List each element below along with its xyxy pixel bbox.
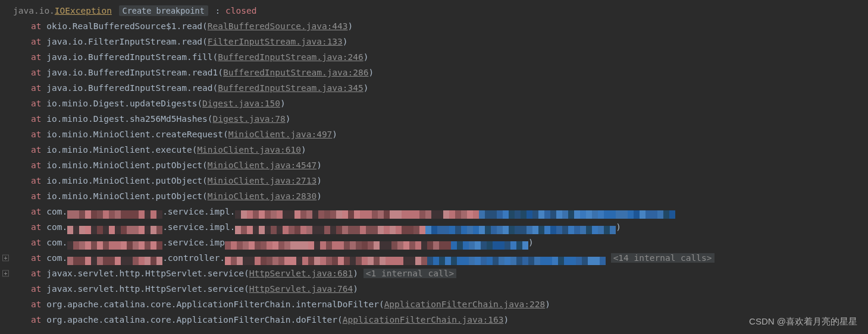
svg-rect-182 — [139, 241, 145, 250]
svg-rect-278 — [374, 257, 380, 265]
source-link[interactable]: FilterInputStream.java:133 — [208, 37, 343, 46]
at-keyword: at — [31, 83, 46, 93]
svg-rect-140 — [437, 226, 443, 234]
stack-frame: at io.minio.Digest.updateDigests(Digest.… — [13, 96, 868, 111]
svg-rect-200 — [308, 241, 314, 250]
paren-close: ) — [317, 191, 322, 201]
svg-rect-138 — [425, 226, 431, 234]
paren-open: ( — [208, 114, 213, 124]
svg-rect-101 — [133, 226, 139, 234]
exception-message: closed — [225, 6, 256, 15]
source-link[interactable]: ApplicationFilterChain.java:163 — [343, 315, 504, 324]
internal-calls-badge[interactable]: <14 internal calls> — [611, 253, 715, 263]
svg-rect-215 — [397, 241, 403, 250]
svg-rect-180 — [127, 241, 133, 250]
svg-rect-114 — [283, 226, 289, 234]
svg-rect-21 — [265, 210, 271, 219]
paren-close: ) — [503, 315, 509, 324]
svg-rect-237 — [67, 257, 73, 265]
svg-rect-286 — [421, 257, 427, 265]
expand-gutter-icon[interactable]: + — [2, 255, 9, 261]
svg-rect-228 — [475, 241, 481, 250]
paren-close: ) — [368, 68, 374, 77]
svg-rect-130 — [378, 226, 384, 234]
expand-gutter-icon[interactable]: + — [2, 270, 9, 277]
svg-rect-108 — [247, 226, 253, 234]
source-link[interactable]: MinioClient.java:2830 — [208, 191, 317, 201]
at-keyword: at — [31, 37, 46, 46]
svg-rect-206 — [344, 241, 350, 250]
svg-rect-173 — [85, 241, 91, 250]
svg-rect-80 — [616, 210, 622, 219]
source-link[interactable]: ApplicationFilterChain.java:228 — [384, 300, 546, 309]
source-link[interactable]: BufferedInputStream.java:246 — [218, 52, 363, 62]
svg-rect-131 — [384, 226, 390, 234]
at-keyword: at — [31, 238, 46, 247]
svg-rect-214 — [391, 241, 397, 250]
svg-rect-53 — [455, 210, 461, 219]
svg-rect-234 — [510, 241, 516, 250]
svg-rect-313 — [582, 257, 588, 265]
svg-rect-145 — [467, 226, 473, 234]
source-link[interactable]: HttpServlet.java:681 — [249, 269, 353, 278]
svg-rect-193 — [267, 241, 272, 250]
svg-rect-174 — [91, 241, 97, 250]
svg-rect-309 — [558, 257, 564, 265]
svg-rect-39 — [372, 210, 378, 219]
paren-close: ) — [280, 99, 286, 108]
svg-rect-267 — [308, 257, 314, 265]
internal-calls-badge[interactable]: <1 internal call> — [364, 269, 456, 278]
frame-qualified-name: io.minio.MinioClient.createRequest — [46, 130, 223, 139]
source-link[interactable]: BufferedInputStream.java:345 — [218, 83, 363, 93]
source-link[interactable]: BufferedInputStream.java:286 — [223, 68, 368, 77]
svg-rect-251 — [151, 257, 156, 265]
source-link[interactable]: MinioClient.java:2713 — [208, 176, 317, 185]
source-link[interactable]: MinioClient.java:610 — [197, 145, 301, 155]
at-keyword: at — [31, 253, 46, 263]
svg-rect-23 — [277, 210, 283, 219]
svg-rect-205 — [338, 241, 344, 250]
at-keyword: at — [31, 145, 46, 155]
svg-rect-153 — [515, 226, 521, 234]
svg-rect-8 — [115, 210, 121, 219]
frame-prefix: com. — [46, 253, 67, 263]
svg-rect-249 — [139, 257, 145, 265]
svg-rect-165 — [586, 226, 592, 234]
svg-rect-277 — [368, 257, 374, 265]
svg-rect-300 — [504, 257, 510, 265]
stack-frame: at io.minio.MinioClient.putObject(MinioC… — [13, 173, 868, 188]
svg-rect-156 — [532, 226, 538, 234]
stack-frame: at com..service.impl. — [13, 204, 868, 219]
svg-rect-179 — [121, 241, 127, 250]
source-link[interactable]: Digest.java:150 — [202, 99, 280, 108]
source-link[interactable]: MinioClient.java:4547 — [208, 160, 317, 170]
source-link[interactable]: HttpServlet.java:764 — [249, 284, 353, 294]
svg-rect-150 — [497, 226, 503, 234]
svg-rect-158 — [544, 226, 550, 234]
exception-class-link[interactable]: IOException — [55, 6, 112, 15]
svg-rect-99 — [121, 226, 127, 234]
source-link[interactable]: RealBufferedSource.java:443 — [208, 21, 348, 31]
paren-close: ) — [364, 52, 369, 62]
paren-open: ( — [244, 269, 249, 278]
frame-mid: .controller. — [162, 253, 225, 263]
svg-rect-13 — [145, 210, 151, 219]
source-link[interactable]: Digest.java:78 — [213, 114, 286, 124]
svg-rect-0 — [67, 210, 73, 219]
svg-rect-112 — [271, 226, 277, 234]
svg-rect-307 — [546, 257, 552, 265]
stack-frame: at io.minio.MinioClient.putObject(MinioC… — [13, 157, 868, 173]
svg-rect-236 — [522, 241, 528, 250]
create-breakpoint-button[interactable]: Create breakpoint — [119, 5, 208, 16]
svg-rect-141 — [443, 226, 449, 234]
paren-close: ) — [353, 284, 358, 294]
svg-rect-116 — [294, 226, 300, 234]
svg-rect-241 — [91, 257, 97, 265]
svg-rect-86 — [651, 210, 657, 219]
svg-rect-164 — [580, 226, 586, 234]
stack-frame: at io.minio.MinioClient.execute(MinioCli… — [13, 142, 868, 157]
svg-rect-47 — [419, 210, 425, 219]
source-link[interactable]: MinioClient.java:497 — [228, 130, 333, 139]
svg-rect-176 — [103, 241, 109, 250]
svg-rect-28 — [306, 210, 312, 219]
